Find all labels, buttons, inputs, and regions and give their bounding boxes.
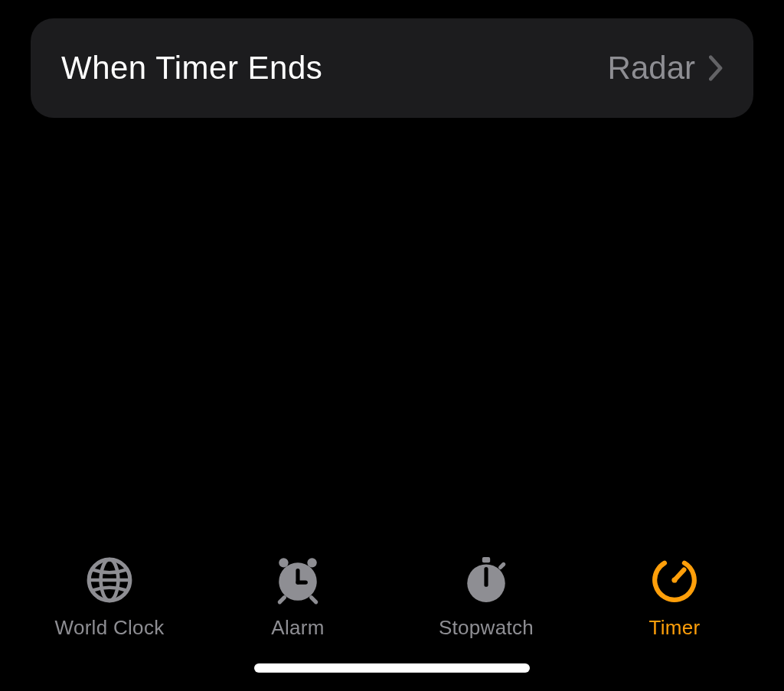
chevron-right-icon bbox=[709, 55, 723, 81]
tab-alarm[interactable]: Alarm bbox=[214, 553, 382, 640]
tab-alarm-label: Alarm bbox=[271, 616, 324, 640]
globe-icon bbox=[84, 553, 135, 607]
svg-rect-11 bbox=[482, 557, 490, 562]
home-indicator[interactable] bbox=[254, 663, 530, 673]
svg-line-7 bbox=[312, 598, 316, 602]
when-timer-ends-value: Radar bbox=[608, 50, 695, 86]
svg-point-5 bbox=[307, 558, 316, 567]
stopwatch-icon bbox=[461, 553, 511, 607]
tab-stopwatch-label: Stopwatch bbox=[439, 616, 534, 640]
svg-point-4 bbox=[279, 558, 288, 567]
when-timer-ends-row[interactable]: When Timer Ends Radar bbox=[31, 18, 753, 118]
when-timer-ends-label: When Timer Ends bbox=[61, 50, 322, 86]
tab-world-clock[interactable]: World Clock bbox=[25, 553, 194, 640]
timer-icon bbox=[649, 553, 700, 607]
svg-line-6 bbox=[279, 598, 284, 602]
svg-point-16 bbox=[671, 577, 677, 582]
alarm-clock-icon bbox=[273, 553, 323, 607]
tab-timer[interactable]: Timer bbox=[590, 553, 759, 640]
when-timer-ends-value-wrap: Radar bbox=[608, 50, 723, 86]
tab-timer-label: Timer bbox=[649, 616, 701, 640]
tab-world-clock-label: World Clock bbox=[55, 616, 165, 640]
tab-stopwatch[interactable]: Stopwatch bbox=[402, 553, 570, 640]
svg-line-12 bbox=[501, 564, 504, 567]
